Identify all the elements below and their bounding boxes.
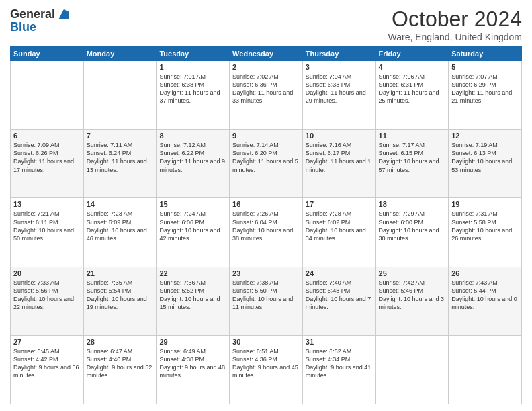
day-number: 16: [232, 200, 300, 208]
title-area: October 2024 Ware, England, United Kingd…: [388, 7, 522, 42]
day-number: 2: [232, 63, 300, 71]
calendar-week-3: 13Sunrise: 7:21 AM Sunset: 6:11 PM Dayli…: [11, 198, 522, 267]
day-info: Sunrise: 6:52 AM Sunset: 4:34 PM Dayligh…: [306, 347, 373, 380]
day-number: 5: [451, 63, 519, 71]
day-info: Sunrise: 7:14 AM Sunset: 6:20 PM Dayligh…: [232, 141, 300, 174]
location-subtitle: Ware, England, United Kingdom: [388, 32, 522, 42]
day-number: 19: [451, 200, 519, 208]
day-number: 30: [232, 338, 300, 346]
table-row: 4Sunrise: 7:06 AM Sunset: 6:31 PM Daylig…: [375, 61, 449, 130]
table-row: 24Sunrise: 7:40 AM Sunset: 5:48 PM Dayli…: [302, 267, 375, 335]
day-info: Sunrise: 7:38 AM Sunset: 5:50 PM Dayligh…: [232, 279, 300, 312]
day-number: 13: [13, 200, 81, 208]
table-row: 1Sunrise: 7:01 AM Sunset: 6:38 PM Daylig…: [157, 61, 230, 130]
day-number: 10: [306, 132, 373, 140]
table-row: 16Sunrise: 7:26 AM Sunset: 6:04 PM Dayli…: [230, 198, 303, 267]
day-number: 28: [87, 338, 154, 346]
col-friday: Friday: [375, 47, 449, 61]
table-row: 28Sunrise: 6:47 AM Sunset: 4:40 PM Dayli…: [83, 335, 157, 404]
day-number: 18: [379, 200, 446, 208]
table-row: 26Sunrise: 7:43 AM Sunset: 5:44 PM Dayli…: [449, 267, 522, 335]
day-number: 20: [13, 269, 81, 277]
day-number: 7: [87, 132, 154, 140]
table-row: 15Sunrise: 7:24 AM Sunset: 6:06 PM Dayli…: [157, 198, 230, 267]
table-row: 17Sunrise: 7:28 AM Sunset: 6:02 PM Dayli…: [302, 198, 375, 267]
page: General Blue October 2024 Ware, England,…: [0, 0, 532, 411]
day-info: Sunrise: 7:11 AM Sunset: 6:24 PM Dayligh…: [87, 141, 154, 174]
day-info: Sunrise: 7:43 AM Sunset: 5:44 PM Dayligh…: [451, 279, 519, 312]
day-info: Sunrise: 7:04 AM Sunset: 6:33 PM Dayligh…: [306, 73, 373, 105]
day-number: 1: [159, 63, 226, 71]
day-info: Sunrise: 7:01 AM Sunset: 6:38 PM Dayligh…: [159, 73, 226, 105]
calendar-table: Sunday Monday Tuesday Wednesday Thursday…: [10, 46, 522, 404]
day-info: Sunrise: 6:49 AM Sunset: 4:38 PM Dayligh…: [159, 347, 226, 380]
day-info: Sunrise: 6:51 AM Sunset: 4:36 PM Dayligh…: [232, 347, 300, 380]
day-info: Sunrise: 7:29 AM Sunset: 6:00 PM Dayligh…: [379, 210, 446, 242]
table-row: 25Sunrise: 7:42 AM Sunset: 5:46 PM Dayli…: [375, 267, 449, 335]
day-info: Sunrise: 7:23 AM Sunset: 6:09 PM Dayligh…: [87, 210, 154, 242]
day-info: Sunrise: 7:19 AM Sunset: 6:13 PM Dayligh…: [451, 141, 519, 174]
table-row: 21Sunrise: 7:35 AM Sunset: 5:54 PM Dayli…: [83, 267, 157, 335]
day-number: 31: [306, 338, 373, 346]
logo-blue-text: Blue: [10, 20, 36, 34]
table-row: 7Sunrise: 7:11 AM Sunset: 6:24 PM Daylig…: [83, 130, 157, 198]
header: General Blue October 2024 Ware, England,…: [10, 7, 522, 42]
day-number: 29: [159, 338, 226, 346]
day-info: Sunrise: 7:21 AM Sunset: 6:11 PM Dayligh…: [13, 210, 81, 242]
table-row: 9Sunrise: 7:14 AM Sunset: 6:20 PM Daylig…: [230, 130, 303, 198]
day-info: Sunrise: 7:42 AM Sunset: 5:46 PM Dayligh…: [379, 279, 446, 312]
table-row: 27Sunrise: 6:45 AM Sunset: 4:42 PM Dayli…: [11, 335, 84, 404]
col-tuesday: Tuesday: [157, 47, 230, 61]
calendar-week-1: 1Sunrise: 7:01 AM Sunset: 6:38 PM Daylig…: [11, 61, 522, 130]
month-title: October 2024: [388, 7, 522, 32]
table-row: 5Sunrise: 7:07 AM Sunset: 6:29 PM Daylig…: [449, 61, 522, 130]
day-info: Sunrise: 7:24 AM Sunset: 6:06 PM Dayligh…: [159, 210, 226, 242]
calendar-week-4: 20Sunrise: 7:33 AM Sunset: 5:56 PM Dayli…: [11, 267, 522, 335]
day-info: Sunrise: 7:16 AM Sunset: 6:17 PM Dayligh…: [306, 141, 373, 174]
day-number: 6: [13, 132, 81, 140]
col-thursday: Thursday: [302, 47, 375, 61]
day-info: Sunrise: 7:40 AM Sunset: 5:48 PM Dayligh…: [306, 279, 373, 312]
table-row: 19Sunrise: 7:31 AM Sunset: 5:58 PM Dayli…: [449, 198, 522, 267]
table-row: 23Sunrise: 7:38 AM Sunset: 5:50 PM Dayli…: [230, 267, 303, 335]
col-wednesday: Wednesday: [230, 47, 303, 61]
logo-area: General Blue: [10, 7, 71, 34]
day-info: Sunrise: 7:31 AM Sunset: 5:58 PM Dayligh…: [451, 210, 519, 242]
day-number: 27: [13, 338, 81, 346]
day-info: Sunrise: 7:26 AM Sunset: 6:04 PM Dayligh…: [232, 210, 300, 242]
day-number: 4: [379, 63, 446, 71]
day-info: Sunrise: 7:07 AM Sunset: 6:29 PM Dayligh…: [451, 73, 519, 105]
day-number: 15: [159, 200, 226, 208]
day-number: 3: [306, 63, 373, 71]
calendar-week-5: 27Sunrise: 6:45 AM Sunset: 4:42 PM Dayli…: [11, 335, 522, 404]
table-row: 8Sunrise: 7:12 AM Sunset: 6:22 PM Daylig…: [157, 130, 230, 198]
table-row: 11Sunrise: 7:17 AM Sunset: 6:15 PM Dayli…: [375, 130, 449, 198]
day-number: 25: [379, 269, 446, 277]
day-info: Sunrise: 7:33 AM Sunset: 5:56 PM Dayligh…: [13, 279, 81, 312]
table-row: 6Sunrise: 7:09 AM Sunset: 6:26 PM Daylig…: [11, 130, 84, 198]
day-number: 22: [159, 269, 226, 277]
day-number: 23: [232, 269, 300, 277]
day-number: 14: [87, 200, 154, 208]
day-info: Sunrise: 6:47 AM Sunset: 4:40 PM Dayligh…: [87, 347, 154, 380]
table-row: 29Sunrise: 6:49 AM Sunset: 4:38 PM Dayli…: [157, 335, 230, 404]
col-saturday: Saturday: [449, 47, 522, 61]
table-row: 22Sunrise: 7:36 AM Sunset: 5:52 PM Dayli…: [157, 267, 230, 335]
calendar-header-row: Sunday Monday Tuesday Wednesday Thursday…: [11, 47, 522, 61]
table-row: 14Sunrise: 7:23 AM Sunset: 6:09 PM Dayli…: [83, 198, 157, 267]
day-number: 11: [379, 132, 446, 140]
day-info: Sunrise: 7:06 AM Sunset: 6:31 PM Dayligh…: [379, 73, 446, 105]
col-monday: Monday: [83, 47, 157, 61]
table-row: 10Sunrise: 7:16 AM Sunset: 6:17 PM Dayli…: [302, 130, 375, 198]
table-row: 12Sunrise: 7:19 AM Sunset: 6:13 PM Dayli…: [449, 130, 522, 198]
day-number: 9: [232, 132, 300, 140]
logo-general-text: General: [10, 7, 55, 21]
day-info: Sunrise: 7:12 AM Sunset: 6:22 PM Dayligh…: [159, 141, 226, 174]
svg-marker-0: [59, 9, 69, 19]
logo: General: [10, 7, 71, 21]
table-row: 2Sunrise: 7:02 AM Sunset: 6:36 PM Daylig…: [230, 61, 303, 130]
day-number: 24: [306, 269, 373, 277]
table-row: 18Sunrise: 7:29 AM Sunset: 6:00 PM Dayli…: [375, 198, 449, 267]
table-row: 31Sunrise: 6:52 AM Sunset: 4:34 PM Dayli…: [302, 335, 375, 404]
day-info: Sunrise: 7:36 AM Sunset: 5:52 PM Dayligh…: [159, 279, 226, 312]
